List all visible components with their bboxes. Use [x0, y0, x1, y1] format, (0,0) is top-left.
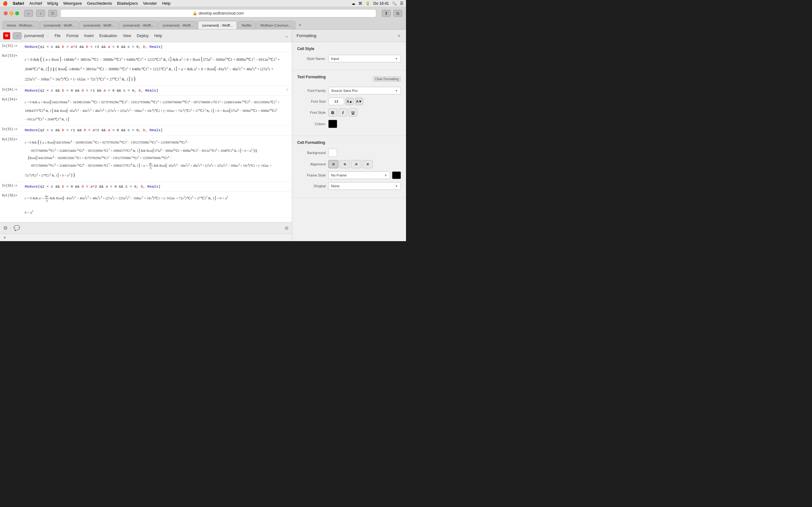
- menu-view[interactable]: View: [120, 33, 134, 39]
- menu-deploy[interactable]: Deploy: [134, 33, 151, 39]
- notebook-bottom-bar: ⚙ | 💬 ⊗: [0, 222, 292, 233]
- cell-in-54[interactable]: In[54]:= Reduce[q2 < c && b > 0 && b < r…: [0, 86, 292, 96]
- add-cell-button[interactable]: +: [3, 235, 6, 240]
- font-size-increase-button[interactable]: A▲: [345, 98, 354, 105]
- frame-color-swatch[interactable]: [392, 171, 401, 179]
- panel-close-button[interactable]: ×: [397, 33, 402, 38]
- menu-help[interactable]: Help: [152, 33, 165, 39]
- app-name: Safari: [13, 1, 24, 6]
- background-control: [328, 149, 401, 157]
- close-window-button[interactable]: [4, 11, 8, 15]
- menu-icon[interactable]: ☰: [400, 1, 403, 6]
- cell-formatting-title: Cell Formatting: [297, 140, 401, 145]
- url-bar[interactable]: 🔒 develop.wolframcloud.com: [60, 9, 376, 17]
- panel-title: Formatting: [297, 33, 316, 38]
- cell-label-in53: In[53]:=: [0, 42, 22, 52]
- cell-output-56: c < 0 && a < 4c3 && Root[−45a4c2 − 40a3c…: [22, 192, 282, 217]
- cell-action-56: [282, 182, 292, 191]
- cell-input-54[interactable]: Reduce[q2 < c && b > 0 && b < r1 && a < …: [22, 86, 282, 95]
- menu-venster[interactable]: Venster: [143, 1, 157, 6]
- menu-help[interactable]: Help: [162, 1, 171, 6]
- sidebar-toggle-button[interactable]: ⊡: [48, 10, 57, 17]
- cell-action-55: [282, 125, 292, 135]
- cell-input-53[interactable]: Reduce[q1 < c && b > a^2 && b < r2 && a …: [22, 42, 282, 52]
- browser-tabs: Home - Wolfram... (unnamed) - Wolff... (…: [0, 20, 406, 29]
- menu-archief[interactable]: Archief: [29, 1, 42, 6]
- align-left-button[interactable]: ≡: [328, 160, 339, 168]
- align-justify-button[interactable]: ≡: [362, 160, 373, 168]
- dingbat-arrow-icon: ▼: [395, 184, 398, 188]
- align-center-button[interactable]: ≡: [340, 160, 350, 168]
- close-bottom-icon[interactable]: ⊗: [285, 225, 289, 231]
- frame-arrow-icon: ▼: [384, 174, 387, 177]
- cell-label-out55: Out[55]=: [0, 135, 22, 181]
- color-swatch[interactable]: [328, 120, 337, 128]
- cell-in-56[interactable]: In[56]:= Reduce[q2 < c && b > 0 && b < a…: [0, 182, 292, 192]
- maximize-window-button[interactable]: [15, 11, 19, 15]
- dingbat-dropdown[interactable]: None ▼: [328, 182, 401, 190]
- add-cell-row: +: [0, 233, 292, 241]
- cell-input-56[interactable]: Reduce[q2 < c && b > 0 && b < a^2 && a <…: [22, 182, 282, 191]
- alignment-buttons: ≡ ≡ ≡ ≡: [328, 160, 401, 168]
- background-label: Background: [297, 151, 326, 155]
- tab-wolfram-community[interactable]: Wolfram Commun...: [256, 21, 296, 29]
- tab-unnamed-5[interactable]: (unnamed) - Wolff...: [198, 21, 237, 29]
- cell-in-53[interactable]: In[53]:= Reduce[q1 < c && b > a^2 && b <…: [0, 42, 292, 52]
- font-size-value[interactable]: 13: [328, 98, 344, 105]
- align-right-button[interactable]: ≡: [351, 160, 361, 168]
- cell-output-53: c < 0 && ( ( a ≤ Root [−14848c4 + 38016c…: [22, 52, 282, 86]
- notebook-sidebar-button[interactable]: →: [13, 32, 21, 39]
- font-family-dropdown[interactable]: Source Sans Pro ▼: [328, 87, 401, 95]
- cell-action-out53: [282, 52, 292, 86]
- italic-button[interactable]: I: [339, 108, 347, 117]
- share-button[interactable]: ⬆: [382, 10, 391, 17]
- toolbar-chevron[interactable]: ⌄: [285, 33, 289, 38]
- menu-wijzig[interactable]: Wijzig: [47, 1, 58, 6]
- menu-weergave[interactable]: Weergave: [63, 1, 82, 6]
- gear-icon[interactable]: ⚙: [3, 225, 8, 231]
- menu-geschiedenis[interactable]: Geschiedenis: [87, 1, 112, 6]
- menu-format[interactable]: Format: [64, 33, 81, 39]
- menu-evaluation[interactable]: Evaluation: [97, 33, 119, 39]
- cell-output-55: c < 0 && ( ( a ≤ Root[544210944c8 − 3439…: [22, 135, 282, 181]
- cell-in-55[interactable]: In[55]:= Reduce[q2 < c && b > r1 && b < …: [0, 125, 292, 135]
- background-swatch[interactable]: [328, 149, 337, 157]
- apple-menu[interactable]: 🍎: [3, 1, 8, 6]
- tab-netflix[interactable]: Netflix: [238, 21, 256, 29]
- menu-insert[interactable]: Insert: [82, 33, 96, 39]
- tab-home[interactable]: Home - Wolfram...: [3, 21, 39, 29]
- chat-icon[interactable]: 💬: [14, 225, 20, 231]
- cell-label-in56: In[56]:=: [0, 182, 22, 191]
- tab-unnamed-2[interactable]: (unnamed) - Wolff...: [79, 21, 118, 29]
- bold-button[interactable]: B: [328, 108, 337, 117]
- search-icon[interactable]: 🔍: [392, 1, 397, 6]
- menu-bladwijzers[interactable]: Bladwijzers: [117, 1, 138, 6]
- style-name-dropdown[interactable]: Input ▼: [328, 55, 401, 62]
- tab-unnamed-3[interactable]: (unnamed) - Wolff...: [119, 21, 158, 29]
- dropdown-arrow-icon: ▼: [395, 57, 398, 60]
- clear-formatting-button[interactable]: Clear Formatting: [373, 76, 401, 82]
- back-button[interactable]: ‹: [24, 10, 33, 17]
- background-row: Background: [297, 149, 401, 157]
- new-tab-button[interactable]: +: [296, 21, 304, 29]
- cell-label-in54: In[54]:=: [0, 86, 22, 95]
- tab-unnamed-4[interactable]: (unnamed) - Wolff...: [158, 21, 197, 29]
- forward-button[interactable]: ›: [36, 10, 45, 17]
- tab-unnamed-1[interactable]: (unnamed) - Wolff...: [40, 21, 79, 29]
- cell-action-54[interactable]: ⊙: [282, 86, 292, 95]
- frame-style-row: Frame Style No Frame ▼: [297, 171, 401, 179]
- cell-action-53: [282, 42, 292, 52]
- cell-action-out54: [282, 96, 292, 125]
- cell-input-55[interactable]: Reduce[q2 < c && b > r1 && b < a^2 && a …: [22, 125, 282, 135]
- minimize-window-button[interactable]: [9, 11, 13, 15]
- font-style-control: B I U: [328, 108, 401, 117]
- underline-button[interactable]: U: [349, 108, 357, 117]
- font-size-decrease-button[interactable]: A▼: [355, 98, 363, 105]
- style-name-row: Style Name: Input ▼: [297, 55, 401, 62]
- tabs-button[interactable]: ⧉: [393, 10, 402, 17]
- colors-label: Colors:: [297, 122, 326, 126]
- notebook: W → (unnamed) File Format Insert Evaluat…: [0, 30, 292, 241]
- clock: Do 16:41: [373, 1, 389, 6]
- frame-style-dropdown[interactable]: No Frame ▼: [328, 171, 390, 179]
- menu-file[interactable]: File: [52, 33, 63, 39]
